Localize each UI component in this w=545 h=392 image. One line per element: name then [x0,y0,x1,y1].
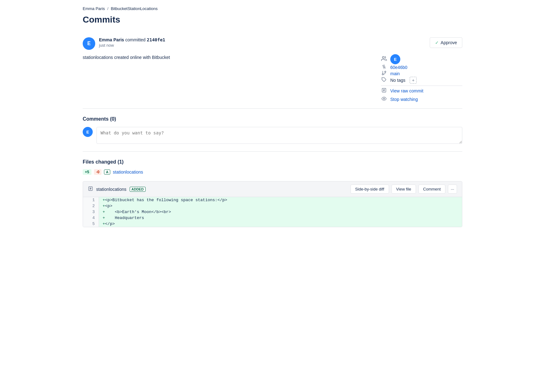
diff-header-left: stationlocations ADDED [88,186,146,192]
svg-line-5 [385,68,386,68]
approve-label: Approve [441,40,457,45]
diff-table: 1+<p>Bitbucket has the following space s… [83,197,462,227]
branch-icon [381,71,387,77]
view-raw-link[interactable]: View raw commit [381,88,462,94]
svg-point-1 [383,66,385,67]
diff-line-content: +<p>Bitbucket has the following space st… [99,197,462,203]
diff-line: 4+ Headquarters [83,215,462,221]
diff-line-number: 3 [83,209,99,215]
tags-label: No tags [390,78,405,83]
diff-line-content: + Headquarters [99,215,462,221]
added-lines-badge: +5 [83,169,91,175]
svg-point-14 [383,98,385,99]
author-avatar: E [83,37,95,50]
diff-line-content: +<p> [99,203,462,209]
comment-input-row: E [83,127,462,144]
file-link[interactable]: stationlocations [113,170,143,175]
view-raw-label: View raw commit [390,88,423,93]
diff-line: 1+<p>Bitbucket has the following space s… [83,197,462,203]
participants-icon [381,56,387,63]
files-section: Files changed (1) +5 -0 A stationlocatio… [83,152,462,235]
diff-line: 2+<p> [83,203,462,209]
breadcrumb-user-link[interactable]: Emma Paris [83,6,105,11]
diff-file-icon [88,186,93,192]
comments-section: Comments (0) E [83,109,462,152]
view-file-button[interactable]: View file [392,185,416,194]
breadcrumb-separator: / [107,6,108,11]
svg-line-4 [382,65,383,66]
tags-row: No tags + [381,77,462,84]
participant-avatar: E [390,54,400,64]
diff-line-number: 2 [83,203,99,209]
diff-line-number: 1 [83,197,99,203]
tag-icon [381,77,387,83]
diff-line: 5+</p> [83,221,462,227]
side-by-side-button[interactable]: Side-by-side diff [350,185,389,194]
commit-author-section: E Emma Paris committed 2140fe1 just now [83,37,368,50]
branch-link[interactable]: main [390,71,400,76]
commenter-avatar: E [83,127,93,137]
diff-container: stationlocations ADDED Side-by-side diff… [83,181,462,227]
raw-commit-icon [381,88,387,94]
commit-meta-sidebar: ✓ Approve E [381,37,462,102]
diff-header: stationlocations ADDED Side-by-side diff… [83,181,462,197]
diff-line-content: +</p> [99,221,462,227]
page-title: Commits [83,15,462,25]
stop-watching-label: Stop watching [390,97,418,102]
diff-line-number: 5 [83,221,99,227]
comment-input[interactable] [96,127,462,144]
stop-watching-link[interactable]: Stop watching [381,96,462,102]
files-list: +5 -0 A stationlocations [83,169,462,175]
comment-button[interactable]: Comment [418,185,445,194]
commit-hash: 2140fe1 [147,37,165,42]
removed-lines-badge: -0 [94,169,102,175]
commit-message: stationlocations created online with Bit… [83,55,368,60]
watch-icon [381,96,387,102]
approve-check-icon: ✓ [435,40,439,45]
diff-line: 3+ <b>Earth's Moon</b><br> [83,209,462,215]
breadcrumb-repo-link[interactable]: BitbucketStationLocations [111,6,158,11]
full-hash-link[interactable]: 60e46b0 [390,65,407,70]
meta-divider [381,86,462,86]
files-changed-title: Files changed (1) [83,159,462,165]
diff-header-right: Side-by-side diff View file Comment ··· [350,185,457,194]
file-status-badge: A [104,170,110,175]
comments-title: Comments (0) [83,116,462,122]
author-line: Emma Paris committed 2140fe1 [99,37,165,42]
commit-timestamp: just now [99,43,165,48]
branch-row: main [381,71,462,77]
author-name: Emma Paris [99,37,124,42]
participants-row: E [381,54,462,64]
add-tag-button[interactable]: + [410,77,417,84]
more-options-button[interactable]: ··· [448,185,457,194]
full-hash-row: 60e46b0 [381,64,462,71]
diff-line-number: 4 [83,215,99,221]
commit-action: committed [125,37,147,42]
diff-status-badge: ADDED [130,187,146,192]
svg-point-0 [382,56,384,58]
diff-filename: stationlocations [96,187,127,192]
approve-button[interactable]: ✓ Approve [430,37,462,48]
commit-info: Emma Paris committed 2140fe1 just now [99,37,165,48]
diff-line-content: + <b>Earth's Moon</b><br> [99,209,462,215]
breadcrumb: Emma Paris / BitbucketStationLocations [83,6,462,11]
hash-icon [381,64,387,71]
